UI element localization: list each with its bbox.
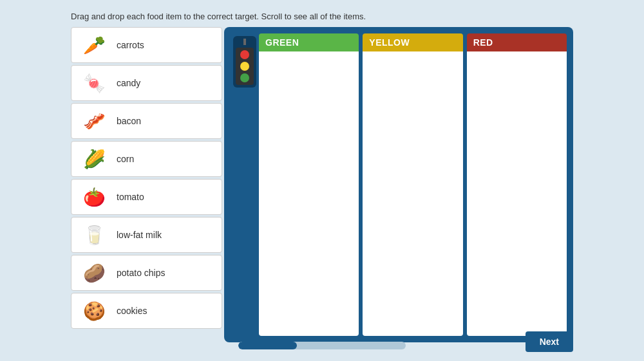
next-button[interactable]: Next [526,331,573,352]
col-body-red[interactable] [467,51,567,336]
progress-fill [238,342,297,349]
drop-column-green[interactable]: GREEN [259,33,359,336]
food-item-candy[interactable]: 🍬 candy [71,65,222,101]
food-item-potato-chips[interactable]: 🥔 potato chips [71,255,222,291]
food-item-cookies[interactable]: 🍪 cookies [71,293,222,329]
drop-column-red[interactable]: RED [467,33,567,336]
food-label-tomato: tomato [117,192,144,202]
food-item-bacon[interactable]: 🥓 bacon [71,103,222,139]
food-icon-tomato: 🍅 [78,183,110,211]
col-header-red: RED [467,33,567,51]
food-item-corn[interactable]: 🌽 corn [71,141,222,177]
col-header-yellow: YELLOW [363,33,462,51]
food-icon-potato-chips: 🥔 [78,259,110,287]
drop-column-yellow[interactable]: YELLOW [363,33,462,336]
food-label-bacon: bacon [117,116,141,126]
food-icon-bacon: 🥓 [78,107,110,135]
traffic-light-area [231,33,259,336]
food-label-cookies: cookies [117,306,147,316]
food-icon-candy: 🍬 [78,69,110,97]
food-item-carrots[interactable]: 🥕 carrots [71,27,222,63]
traffic-light-icon [233,36,256,88]
col-body-yellow[interactable] [363,51,462,336]
col-header-green: GREEN [259,33,359,51]
progress-track [238,342,406,349]
food-item-tomato[interactable]: 🍅 tomato [71,179,222,215]
food-item-low-fat-milk[interactable]: 🥛 low-fat milk [71,217,222,253]
food-icon-low-fat-milk: 🥛 [78,221,110,249]
food-label-candy: candy [117,78,140,88]
food-label-carrots: carrots [117,40,144,50]
tl-red-light [240,50,249,59]
food-label-potato-chips: potato chips [117,268,166,278]
tl-green-light [240,73,249,82]
food-label-low-fat-milk: low-fat milk [117,230,162,240]
food-icon-corn: 🌽 [78,145,110,173]
columns-area: GREEN YELLOW RED [259,33,567,336]
food-list: 🥕 carrots 🍬 candy 🥓 bacon 🌽 corn 🍅 tomat… [71,27,222,331]
instruction-text: Drag and drop each food item to the corr… [71,12,366,21]
tl-yellow-light [240,62,249,71]
food-icon-carrots: 🥕 [78,31,110,59]
food-icon-cookies: 🍪 [78,297,110,325]
progress-area [71,342,573,349]
food-label-corn: corn [117,154,134,164]
col-body-green[interactable] [259,51,359,336]
drop-panel: GREEN YELLOW RED [224,27,573,342]
